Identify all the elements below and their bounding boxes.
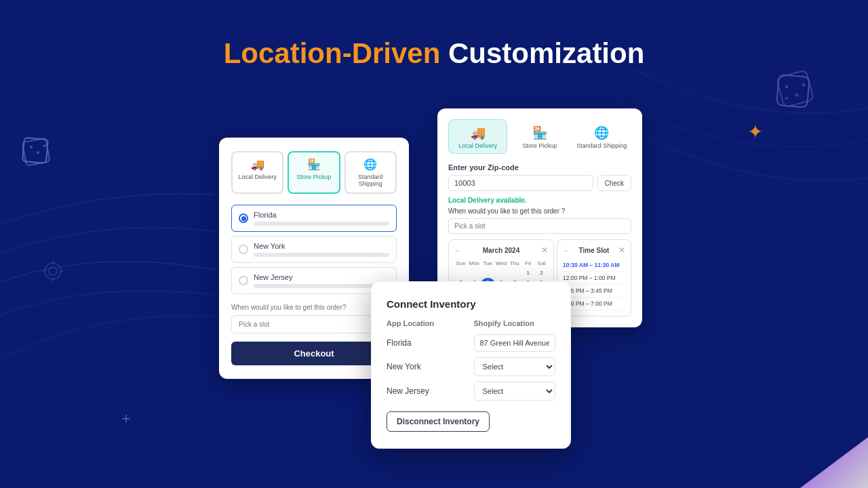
dtab-store-icon: 🏪 [532, 125, 547, 140]
star-icon: ✦ [747, 121, 763, 143]
modal-newjersey-select[interactable]: Select [474, 382, 556, 401]
title-normal: Customization [440, 37, 644, 69]
cal-day [454, 268, 467, 277]
svg-point-4 [43, 144, 46, 147]
svg-point-16 [785, 97, 788, 100]
ts-slot-4[interactable]: 5:30 PM – 7:00 PM [563, 298, 625, 310]
modal-row-newyork: New York Select [387, 357, 555, 376]
svg-point-13 [785, 85, 789, 89]
florida-line [254, 222, 389, 226]
available-text: Local Delivery available. [448, 197, 631, 204]
cal-day [508, 268, 521, 277]
modal-florida-name: Florida [387, 338, 469, 348]
svg-point-5 [45, 263, 61, 279]
title-highlight: Location-Driven [224, 37, 441, 69]
cal-header-sat: Sat [535, 259, 548, 268]
cal-day-2[interactable]: 2 [535, 268, 548, 277]
check-button[interactable]: Check [597, 175, 631, 191]
dtab-shipping-icon: 🌐 [594, 125, 609, 140]
svg-point-15 [802, 83, 806, 87]
zipcode-label: Enter your Zip-code [448, 163, 631, 171]
cal-day-1[interactable]: 1 [521, 268, 534, 277]
modal-newyork-name: New York [387, 362, 469, 371]
delivery-slot-input[interactable] [448, 218, 631, 234]
newyork-line [254, 253, 389, 257]
modal-col-shopify: Shopify Location [474, 319, 556, 327]
checkout-tab-local-delivery[interactable]: 🚚 Local Delivery [231, 151, 283, 194]
modal-newyork-select[interactable]: Select [474, 357, 556, 376]
delivery-when-label: When would you like to get this order ? [448, 207, 631, 215]
ts-prev-icon[interactable]: ← [563, 247, 570, 254]
checkout-tab-store-pickup[interactable]: 🏪 Store Pickup [288, 151, 340, 194]
modal-title: Connect Inventory [387, 298, 555, 310]
cal-header-wed: Wed [495, 259, 508, 268]
page-title: Location-Driven Customization [224, 37, 645, 70]
standard-shipping-icon: 🌐 [363, 158, 377, 171]
ts-slot-3[interactable]: 3:15 PM – 3:45 PM [563, 285, 625, 298]
modal-florida-input[interactable] [474, 334, 556, 352]
modal-table-header: App Location Shopify Location [387, 319, 555, 327]
radio-newjersey [239, 276, 248, 285]
cal-title: March 2024 [483, 247, 519, 254]
svg-point-6 [49, 267, 57, 275]
ts-slot-2[interactable]: 12:00 PM – 1:00 PM [563, 272, 625, 285]
checkout-tab-standard-shipping[interactable]: 🌐 Standard Shipping [344, 151, 397, 194]
checkout-location-list: Florida New York New Jersey [231, 205, 397, 294]
delivery-tabs-row: 🚚 Local Delivery 🏪 Store Pickup 🌐 Standa… [448, 119, 631, 154]
cal-day [495, 268, 508, 277]
modal-row-newjersey: New Jersey Select [387, 382, 555, 401]
cal-header: ← March 2024 ✕ [454, 245, 548, 255]
disconnect-inventory-button[interactable]: Disconnect Inventory [387, 411, 490, 432]
cal-header-tue: Tue [481, 259, 494, 268]
checkout-location-newyork[interactable]: New York [231, 236, 397, 263]
cal-header-mon: Mon [468, 259, 481, 268]
checkout-location-florida[interactable]: Florida [231, 205, 397, 232]
ts-slot-1[interactable]: 10:30 AM – 11:30 AM [563, 259, 625, 272]
local-delivery-icon: 🚚 [251, 158, 264, 171]
delivery-tab-shipping[interactable]: 🌐 Standard Shipping [572, 119, 631, 154]
dtab-local-icon: 🚚 [471, 125, 486, 140]
dice-left-icon [19, 132, 56, 169]
delivery-tab-local[interactable]: 🚚 Local Delivery [448, 119, 507, 154]
cal-header-thu: Thu [508, 259, 521, 268]
cal-day [481, 268, 494, 277]
cal-header-sun: Sun [454, 259, 467, 268]
radio-newyork [239, 245, 248, 254]
store-pickup-icon: 🏪 [307, 158, 321, 171]
svg-point-14 [795, 94, 799, 97]
cal-prev[interactable]: ← [454, 247, 461, 254]
delivery-tab-store[interactable]: 🏪 Store Pickup [510, 119, 569, 154]
newjersey-line [254, 284, 389, 288]
modal-col-app: App Location [387, 319, 469, 327]
zipcode-row: Check [448, 175, 631, 191]
modal-newjersey-name: New Jersey [387, 386, 469, 396]
crosshair-icon [39, 258, 66, 285]
zipcode-input[interactable] [448, 175, 593, 191]
ts-title: Time Slot [579, 247, 610, 254]
cal-day [468, 268, 481, 277]
radio-florida [239, 214, 248, 223]
ts-close-icon[interactable]: ✕ [618, 245, 625, 255]
dice-right-icon [770, 68, 817, 115]
cal-header-fri: Fri [521, 259, 534, 268]
svg-point-3 [37, 151, 39, 154]
modal-row-florida: Florida [387, 334, 555, 352]
cross-icon: ＋ [119, 408, 134, 428]
checkout-delivery-tabs: 🚚 Local Delivery 🏪 Store Pickup 🌐 Standa… [231, 151, 397, 194]
connect-inventory-modal: Connect Inventory App Location Shopify L… [371, 281, 571, 449]
ts-header: ← Time Slot ✕ [563, 245, 625, 255]
svg-point-2 [30, 146, 33, 148]
cal-close-icon[interactable]: ✕ [541, 245, 548, 255]
gradient-stripe [732, 386, 868, 488]
